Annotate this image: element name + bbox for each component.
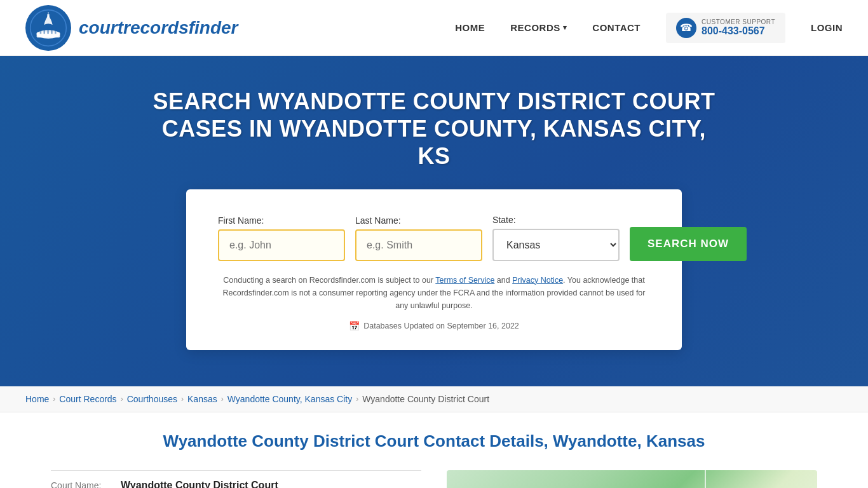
chevron-down-icon: ▾ — [563, 24, 567, 32]
nav-support[interactable]: ☎ CUSTOMER SUPPORT 800-433-0567 — [666, 13, 785, 43]
last-name-label: Last Name: — [355, 215, 482, 226]
hero-title: SEARCH WYANDOTTE COUNTY DISTRICT COURT C… — [148, 88, 720, 170]
breadcrumb-bar: Home › Court Records › Courthouses › Kan… — [0, 386, 868, 412]
nav-login[interactable]: LOGIN — [811, 22, 843, 33]
svg-rect-4 — [48, 12, 49, 15]
search-card: First Name: Last Name: State: AlabamaAla… — [186, 189, 682, 350]
breadcrumb-courthouses[interactable]: Courthouses — [127, 394, 177, 404]
breadcrumb-home[interactable]: Home — [25, 394, 49, 404]
logo-text: courtrecordsfinder — [79, 18, 238, 38]
svg-rect-8 — [51, 27, 53, 34]
logo-icon — [25, 5, 71, 51]
main-nav: HOME RECORDS ▾ CONTACT ☎ CUSTOMER SUPPOR… — [455, 13, 843, 43]
nav-contact[interactable]: CONTACT — [592, 22, 641, 33]
privacy-link[interactable]: Privacy Notice — [512, 276, 563, 285]
map-container: 39°06'46.9"N 94°37'38... View larger map… — [447, 470, 817, 488]
last-name-input[interactable] — [355, 229, 482, 261]
first-name-field-group: First Name: — [218, 215, 345, 261]
main-content: Wyandotte County District Court Contact … — [0, 412, 868, 488]
last-name-field-group: Last Name: — [355, 215, 482, 261]
nav-home[interactable]: HOME — [455, 22, 485, 33]
terms-link[interactable]: Terms of Service — [435, 276, 494, 285]
breadcrumb-sep-5: › — [356, 395, 358, 403]
court-name-row: Court Name: Wyandotte County District Co… — [51, 471, 421, 488]
site-header: courtrecordsfinder HOME RECORDS ▾ CONTAC… — [0, 0, 868, 56]
state-select[interactable]: AlabamaAlaskaArizonaArkansasCaliforniaCo… — [492, 229, 620, 261]
breadcrumb-sep-4: › — [221, 395, 224, 403]
search-fields: First Name: Last Name: State: AlabamaAla… — [218, 215, 650, 261]
support-label: CUSTOMER SUPPORT — [702, 18, 775, 25]
court-name-label: Court Name: — [51, 480, 114, 488]
breadcrumb-kansas[interactable]: Kansas — [187, 394, 217, 404]
support-number: 800-433-0567 — [702, 25, 775, 37]
breadcrumb-current: Wyandotte County District Court — [362, 394, 489, 404]
section-title: Wyandotte County District Court Contact … — [51, 431, 817, 451]
svg-rect-6 — [44, 27, 46, 34]
map-visual[interactable]: 📍 7th Street C Juvenile Detention — [447, 470, 817, 488]
search-disclaimer: Conducting a search on Recordsfinder.com… — [218, 274, 650, 312]
breadcrumb-sep-1: › — [53, 395, 55, 403]
breadcrumb-court-records[interactable]: Court Records — [59, 394, 116, 404]
breadcrumb-sep-3: › — [181, 395, 184, 403]
state-field-group: State: AlabamaAlaskaArizonaArkansasCalif… — [492, 215, 620, 261]
state-label: State: — [492, 215, 620, 225]
map-section: 39°06'46.9"N 94°37'38... View larger map… — [447, 470, 817, 488]
first-name-input[interactable] — [218, 229, 345, 261]
db-updated: 📅 Databases Updated on September 16, 202… — [218, 321, 650, 331]
breadcrumb-sep-2: › — [121, 395, 123, 403]
svg-rect-5 — [40, 27, 42, 34]
search-button[interactable]: SEARCH NOW — [630, 227, 747, 261]
calendar-icon: 📅 — [349, 321, 360, 331]
logo-area[interactable]: courtrecordsfinder — [25, 5, 238, 51]
content-grid: Court Name: Wyandotte County District Co… — [51, 470, 817, 488]
breadcrumb: Home › Court Records › Courthouses › Kan… — [25, 394, 843, 404]
breadcrumb-wyandotte-city[interactable]: Wyandotte County, Kansas City — [227, 394, 353, 404]
nav-records[interactable]: RECORDS ▾ — [510, 22, 567, 33]
details-section: Court Name: Wyandotte County District Co… — [51, 470, 421, 488]
court-name-value: Wyandotte County District Court — [121, 480, 278, 488]
first-name-label: First Name: — [218, 215, 345, 226]
hero-section: SEARCH WYANDOTTE COUNTY DISTRICT COURT C… — [0, 56, 868, 386]
svg-rect-9 — [55, 27, 57, 34]
svg-rect-7 — [47, 27, 49, 34]
phone-icon: ☎ — [676, 18, 696, 38]
